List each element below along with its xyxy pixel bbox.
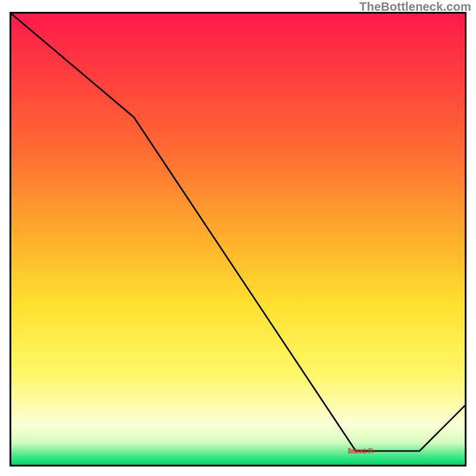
bottleneck-curve-line — [11, 14, 465, 451]
plot-area: Bottleneck: 0% — [10, 12, 466, 466]
valley-annotation: Bottleneck: 0% — [348, 447, 374, 455]
chart-container: TheBottleneck.com Bottleneck: 0% — [0, 0, 476, 476]
chart-line-svg — [11, 14, 465, 465]
